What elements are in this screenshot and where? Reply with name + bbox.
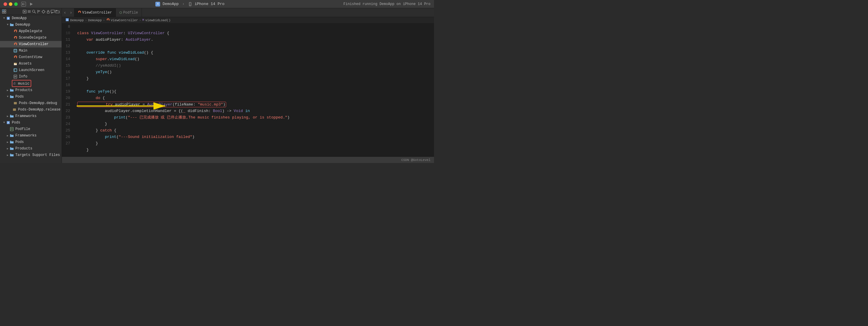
sidebar-item-label: SceneDelegate	[19, 36, 46, 40]
folder-icon	[9, 94, 14, 99]
titlebar-app-name: DemoApp	[162, 2, 179, 6]
expand-arrow	[9, 108, 12, 111]
forward-button[interactable]: ›	[68, 8, 74, 17]
titlebar-sep: ›	[182, 2, 185, 6]
folder-icon	[9, 88, 14, 93]
sidebar-item-frameworks-1[interactable]: ▶ Frameworks	[0, 113, 62, 119]
storyboard-icon	[13, 68, 18, 72]
folder-icon	[9, 23, 14, 27]
breadcrumb-part-2[interactable]: DemoApp	[88, 19, 102, 22]
sidebar-item-label: DemoApp	[12, 16, 27, 20]
folder-icon[interactable]	[55, 9, 60, 14]
sidebar-item-products-2[interactable]: ▶ Products	[0, 145, 62, 152]
tab-bar: ‹ › ViewController ⬡ Podfile	[62, 8, 434, 17]
main-layout: ▼ A DemoApp ▼ DemoApp	[0, 8, 434, 163]
list-icon[interactable]	[27, 9, 32, 14]
titlebar-status: Finished running DemoApp on iPhone 14 Pr…	[343, 2, 431, 6]
breadcrumb: A DemoApp › DemoApp › ViewController › M…	[62, 17, 434, 24]
play-button[interactable]	[28, 1, 34, 7]
sidebar-item-info[interactable]: Info	[0, 73, 62, 80]
file-tree: ▼ A DemoApp ▼ DemoApp	[0, 15, 62, 158]
xcassets-icon	[12, 107, 17, 112]
svg-text:P: P	[8, 122, 9, 124]
sidebar-item-label: Pods	[12, 121, 20, 125]
sidebar-item-label: LaunchScreen	[19, 68, 44, 72]
code-content: class ViewController: UIViewController {…	[74, 24, 434, 157]
sidebar-item-label: Pods	[16, 95, 24, 99]
svg-marker-18	[42, 10, 45, 13]
sidebar-item-scenedelegate[interactable]: SceneDelegate	[0, 34, 62, 41]
search-icon[interactable]	[32, 9, 36, 14]
sidebar-item-appdelegate[interactable]: AppDelegate	[0, 28, 62, 34]
sidebar-item-pods-release[interactable]: Pods-DemoApp.release	[0, 106, 62, 113]
tab-viewcontroller[interactable]: ViewController	[74, 8, 116, 17]
svg-rect-6	[4, 10, 6, 11]
sidebar-item-label: Frameworks	[16, 114, 36, 118]
sidebar-item-label: Pods-DemoApp.release	[18, 107, 60, 112]
tab-viewcontroller-label: ViewController	[82, 11, 112, 15]
sidebar-item-viewcontroller[interactable]: ViewController	[0, 41, 62, 47]
sidebar-item-demoapp-group[interactable]: ▼ DemoApp	[0, 22, 62, 28]
breadcrumb-part-1[interactable]: DemoApp	[70, 19, 84, 22]
expand-arrow	[9, 30, 13, 33]
flag-icon[interactable]	[36, 9, 41, 14]
sidebar-item-music-wrapper[interactable]: ♫ music	[0, 80, 62, 87]
app-icon: A	[155, 2, 160, 6]
close-square-icon[interactable]	[22, 9, 27, 14]
svg-rect-7	[2, 12, 4, 13]
sidebar-item-podfile[interactable]: Podfile	[0, 126, 62, 132]
sidebar-item-launchscreen[interactable]: LaunchScreen	[0, 67, 62, 73]
sidebar-item-label: Info	[19, 74, 27, 79]
breadcrumb-part-3[interactable]: ViewController	[111, 19, 138, 22]
sidebar-item-main[interactable]: Main	[0, 47, 62, 54]
sidebar-item-label: DemoApp	[16, 23, 30, 27]
minimize-button[interactable]	[9, 2, 12, 6]
sidebar-item-pods-2[interactable]: ▶ Pods	[0, 139, 62, 145]
editor-panel: ‹ › ViewController ⬡ Podfile A DemoApp ›…	[62, 8, 434, 163]
diamond-icon[interactable]	[41, 9, 46, 14]
comment-icon[interactable]	[51, 9, 55, 14]
svg-rect-39	[10, 127, 13, 131]
back-button[interactable]: ‹	[62, 8, 68, 17]
sidebar-toggle-icon[interactable]	[21, 2, 26, 6]
traffic-lights	[3, 2, 18, 6]
breadcrumb-func-icon: M	[143, 19, 144, 22]
maximize-button[interactable]	[14, 2, 18, 6]
svg-rect-36	[13, 108, 16, 111]
status-label: CSDN @GotoLevel	[401, 158, 431, 162]
sidebar-item-pods-root[interactable]: ▼ P Pods	[0, 119, 62, 126]
sidebar-item-label: Products	[16, 88, 32, 92]
tab-podfile[interactable]: ⬡ Podfile	[116, 8, 142, 17]
expand-arrow: ▶	[6, 89, 9, 92]
close-button[interactable]	[3, 2, 7, 6]
svg-point-4	[190, 5, 190, 5]
sidebar-item-pods-group[interactable]: ▼ Pods	[0, 93, 62, 100]
sidebar-item-frameworks-2[interactable]: ▶ Frameworks	[0, 132, 62, 139]
line-numbers: 8 10 11 12 13 14 15 16 17 18 19 20 21 22…	[62, 24, 74, 157]
sidebar-item-contentview[interactable]: ContentView	[0, 54, 62, 60]
folder-icon	[9, 133, 14, 138]
breadcrumb-part-4[interactable]: viewDidLoad()	[145, 19, 171, 22]
titlebar-device: iPhone 14 Pro	[195, 2, 224, 6]
sidebar-item-assets[interactable]: Assets	[0, 60, 62, 67]
sidebar-item-label: Assets	[19, 62, 32, 66]
sidebar-item-pods-debug[interactable]: Pods-DemoApp.debug	[0, 100, 62, 106]
expand-arrow	[9, 49, 13, 53]
grid-icon[interactable]	[2, 9, 6, 14]
svg-rect-23	[14, 49, 17, 52]
sidebar: ▼ A DemoApp ▼ DemoApp	[0, 8, 62, 163]
expand-arrow	[9, 36, 13, 39]
sidebar-item-products-1[interactable]: ▶ Products	[0, 87, 62, 93]
sidebar-item-targets-support[interactable]: ▶ Targets Support Files	[0, 152, 62, 158]
xcassets-icon	[13, 101, 18, 105]
xcodeproj-icon: P	[6, 120, 11, 125]
lock-icon[interactable]	[46, 9, 51, 14]
sidebar-item-demoapp-root[interactable]: ▼ A DemoApp	[0, 15, 62, 22]
expand-arrow: ▶	[6, 140, 9, 144]
svg-rect-20	[51, 10, 55, 12]
sidebar-item-label: ViewController	[19, 42, 49, 46]
expand-arrow	[9, 68, 13, 72]
plist-icon	[13, 74, 18, 79]
code-area[interactable]: 8 10 11 12 13 14 15 16 17 18 19 20 21 22…	[62, 24, 434, 157]
sidebar-item-label: Products	[16, 146, 32, 151]
